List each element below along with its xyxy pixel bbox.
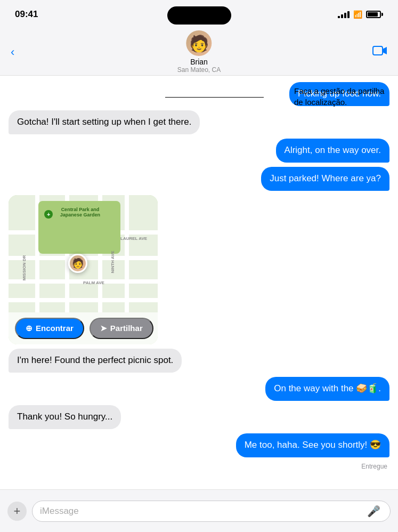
find-button[interactable]: ⊕ Encontrar [15,318,84,339]
messages-area: Picking up food now. Gotcha! I'll start … [0,76,398,489]
message-bubble-received[interactable]: Gotcha! I'll start setting up when I get… [9,110,200,134]
contact-name: Brian [190,58,208,66]
wifi-icon: 📶 [353,10,362,19]
share-button[interactable]: ➤ Partilhar [90,318,153,339]
map-view[interactable]: Central Park and Japanese Garden + 🧑 MIS… [9,195,158,312]
message-bubble-sent[interactable]: Just parked! Where are ya? [261,167,389,191]
nav-bar: ‹ 🧑 Brian San Mateo, CA [0,29,398,76]
message-row: Gotcha! I'll start setting up when I get… [9,110,389,134]
message-bubble-received[interactable]: Thank you! So hungry... [9,405,121,429]
input-placeholder: iMessage [40,506,79,517]
svg-rect-0 [373,46,383,55]
avatar: 🧑 [186,30,212,56]
annotation-line [165,97,264,98]
battery-icon [366,11,383,18]
input-bar: + iMessage 🎤 [0,489,398,532]
message-row: Alright, on the way over. [9,139,389,163]
find-icon: ⊕ [26,324,33,333]
share-icon: ➤ [100,324,107,333]
message-bubble-sent[interactable]: On the way with the 🥪🧃. [265,377,389,401]
message-row: Thank you! So hungry... [9,405,389,429]
message-row: I'm here! Found the perfect picnic spot. [9,349,389,373]
message-bubble-sent[interactable]: Alright, on the way over. [276,139,389,163]
video-call-button[interactable] [372,45,387,59]
status-bar: 09:41 📶 [0,0,398,29]
dynamic-island [167,6,231,25]
map-bubble[interactable]: Central Park and Japanese Garden + 🧑 MIS… [9,195,158,344]
contact-location: San Mateo, CA [177,66,221,74]
contact-info[interactable]: 🧑 Brian San Mateo, CA [177,30,221,74]
map-buttons: ⊕ Encontrar ➤ Partilhar [9,312,158,344]
status-icons: 📶 [338,10,383,19]
signal-icon [338,11,350,18]
message-row: On the way with the 🥪🧃. [9,377,389,401]
annotation-text: Faça a gestão da partilha de localização… [294,86,384,107]
annotation-container: Faça a gestão da partilha de localização… [294,85,393,108]
back-button[interactable]: ‹ [11,45,14,59]
message-row-map: Central Park and Japanese Garden + 🧑 MIS… [9,195,389,344]
status-time: 09:41 [15,9,38,20]
avatar-emoji: 🧑 [189,34,209,53]
message-bubble-received[interactable]: I'm here! Found the perfect picnic spot. [9,349,182,373]
add-button[interactable]: + [7,502,27,521]
message-input[interactable]: iMessage 🎤 [32,501,391,522]
message-bubble-sent[interactable]: Me too, haha. See you shortly! 😎 [236,433,389,457]
message-row: Just parked! Where are ya? [9,167,389,191]
mic-icon[interactable]: 🎤 [367,505,383,518]
message-row: Me too, haha. See you shortly! 😎 [9,433,389,457]
delivered-label: Entregue [9,463,389,470]
